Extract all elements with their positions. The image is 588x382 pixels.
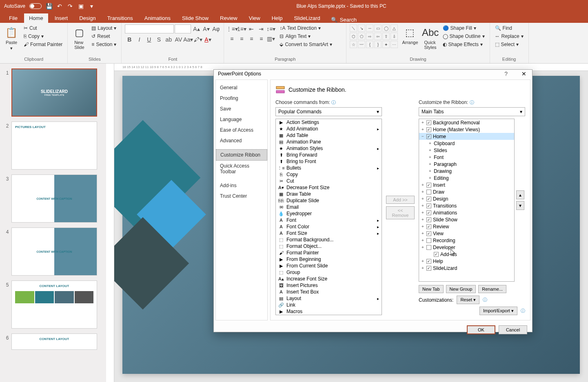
command-item[interactable]: 🔗Link: [276, 302, 382, 308]
format-painter-button[interactable]: 🖌Format Painter: [22, 41, 64, 48]
tree-expand-icon[interactable]: +: [428, 169, 432, 173]
strike-icon[interactable]: S: [154, 35, 163, 44]
tree-checkbox[interactable]: [426, 266, 431, 271]
slide-thumb-1[interactable]: SLIDELIZARDFREE TEMPLATE: [11, 68, 97, 117]
tree-item[interactable]: +SlideLizard: [419, 265, 514, 272]
tree-expand-icon[interactable]: +: [421, 120, 425, 125]
tree-checkbox[interactable]: [426, 183, 431, 188]
remove-button[interactable]: << Remove: [386, 206, 415, 219]
italic-icon[interactable]: I: [135, 35, 144, 44]
numbering-icon[interactable]: 1≡▾: [237, 24, 246, 33]
slide-thumb-6[interactable]: CONTENT LAYOUT: [11, 333, 97, 350]
cut-button[interactable]: ✂Cut: [22, 24, 64, 32]
tree-expand-icon[interactable]: +: [428, 141, 432, 146]
info-icon[interactable]: ⓘ: [521, 308, 525, 314]
find-button[interactable]: 🔍Find: [493, 24, 525, 32]
command-item[interactable]: ▤Animation Pane: [276, 139, 382, 145]
shape-outline-button[interactable]: ◯Shape Outline▾: [441, 33, 486, 40]
tree-expand-icon[interactable]: +: [428, 162, 432, 166]
reset-button[interactable]: ↺Reset: [90, 33, 118, 40]
command-item[interactable]: ▤Layout▸: [276, 295, 382, 302]
tree-item[interactable]: −Home: [419, 133, 514, 140]
shape-g-icon[interactable]: ☆: [350, 41, 357, 48]
tab-insert[interactable]: Insert: [50, 13, 73, 23]
tree-item[interactable]: +Help: [419, 258, 514, 265]
decrease-font-icon[interactable]: A▾: [202, 24, 211, 33]
tree-item[interactable]: +Draw: [419, 188, 514, 195]
slide-thumb-2[interactable]: PICTURES LAYOUT: [11, 121, 97, 170]
command-item[interactable]: 💧Eyedropper: [276, 210, 382, 217]
present-icon[interactable]: ▣: [78, 3, 84, 9]
tree-checkbox[interactable]: [426, 217, 431, 222]
move-down-button[interactable]: ▼: [516, 201, 524, 210]
tree-checkbox[interactable]: [426, 197, 431, 201]
command-item[interactable]: ⬆Bring to Front: [276, 158, 382, 165]
tree-item[interactable]: +Review: [419, 223, 514, 230]
command-item[interactable]: ⬚Group: [276, 269, 382, 276]
tree-expand-icon[interactable]: +: [421, 197, 425, 201]
underline-icon[interactable]: U: [144, 35, 153, 44]
command-item[interactable]: ▶Macros: [276, 308, 382, 315]
add-button[interactable]: Add >>: [386, 196, 415, 204]
command-item[interactable]: ⬚Format Object...: [276, 243, 382, 250]
tree-item[interactable]: +Recording: [419, 237, 514, 244]
sidebar-item-general[interactable]: General: [216, 82, 267, 93]
clear-format-icon[interactable]: Aφ: [211, 24, 220, 33]
tree-checkbox[interactable]: [434, 252, 439, 257]
shape-line-icon[interactable]: ＼: [350, 24, 357, 32]
tree-item[interactable]: +Design: [419, 195, 514, 202]
font-size-combo[interactable]: [175, 24, 191, 33]
shape-line2-icon[interactable]: ─: [366, 24, 373, 32]
ribbon-tree[interactable]: +Background Removal+Home (Master Views)−…: [419, 119, 515, 282]
tree-expand-icon[interactable]: +: [428, 148, 432, 152]
command-item[interactable]: ✂Cut: [276, 178, 382, 184]
tree-checkbox[interactable]: [426, 245, 431, 250]
command-item[interactable]: AFont Color▸: [276, 223, 382, 230]
align-text-button[interactable]: ⊟Align Text▾: [278, 33, 334, 40]
spacing-icon[interactable]: AV: [174, 35, 183, 44]
highlight-icon[interactable]: 🖍▾: [193, 35, 202, 44]
tree-expand-icon[interactable]: +: [421, 183, 425, 187]
tab-slideshow[interactable]: Slide Show: [177, 13, 213, 23]
shape-f-icon[interactable]: ⇩: [391, 33, 398, 40]
bullets-icon[interactable]: ⋮≡▾: [227, 24, 236, 33]
shadow-icon[interactable]: ab: [164, 35, 173, 44]
tree-item[interactable]: Add-ins: [419, 251, 514, 258]
tree-checkbox[interactable]: [426, 238, 431, 243]
quick-styles-button[interactable]: AbcQuick Styles: [422, 24, 439, 51]
sidebar-item-customize-ribbon[interactable]: Customize Ribbon: [216, 149, 267, 161]
paste-button[interactable]: 📋 Paste ▾: [3, 24, 20, 53]
sidebar-item-easeofaccess[interactable]: Ease of Access: [216, 125, 267, 135]
sidebar-item-proofing[interactable]: Proofing: [216, 93, 267, 104]
select-button[interactable]: ⬚Select▾: [493, 41, 525, 48]
tree-expand-icon[interactable]: +: [421, 127, 425, 132]
new-tab-button[interactable]: New Tab: [419, 285, 444, 293]
tab-file[interactable]: File: [4, 13, 22, 23]
shape-oval-icon[interactable]: ◯: [382, 24, 390, 32]
tab-animations[interactable]: Animations: [140, 13, 175, 23]
font-family-combo[interactable]: [125, 24, 174, 33]
command-item[interactable]: ⬚Format Background...: [276, 236, 382, 243]
shape-b-icon[interactable]: ⬠: [358, 33, 365, 40]
tree-checkbox[interactable]: [426, 190, 431, 194]
slide-thumb-4[interactable]: CONTENT WITH CAPTION: [11, 227, 97, 276]
redo-icon[interactable]: ↷: [67, 3, 73, 9]
command-item[interactable]: ★Add Animation▸: [276, 126, 382, 132]
info-icon[interactable]: ⓘ: [483, 297, 487, 303]
tree-item[interactable]: +Animations: [419, 209, 514, 216]
arrange-button[interactable]: ⬚Arrange: [400, 24, 419, 46]
shape-fill-button[interactable]: 🔵Shape Fill▾: [441, 24, 486, 32]
command-item[interactable]: ★Animation Styles▸: [276, 145, 382, 152]
tree-expand-icon[interactable]: +: [421, 238, 425, 243]
line-spacing-icon[interactable]: ↕≡▾: [266, 24, 275, 33]
tree-expand-icon[interactable]: +: [421, 266, 425, 270]
sidebar-item-save[interactable]: Save: [216, 104, 267, 114]
command-item[interactable]: ▦Add Table: [276, 132, 382, 139]
tree-expand-icon[interactable]: +: [421, 224, 425, 229]
tab-help[interactable]: Help: [267, 13, 288, 23]
command-item[interactable]: ⋮≡Bullets▸: [276, 165, 382, 171]
convert-smartart-button[interactable]: ⬙Convert to SmartArt▾: [278, 41, 334, 48]
align-center-icon[interactable]: ≡: [237, 34, 246, 43]
tree-checkbox[interactable]: [426, 224, 431, 229]
cancel-button[interactable]: Cancel: [499, 325, 527, 334]
